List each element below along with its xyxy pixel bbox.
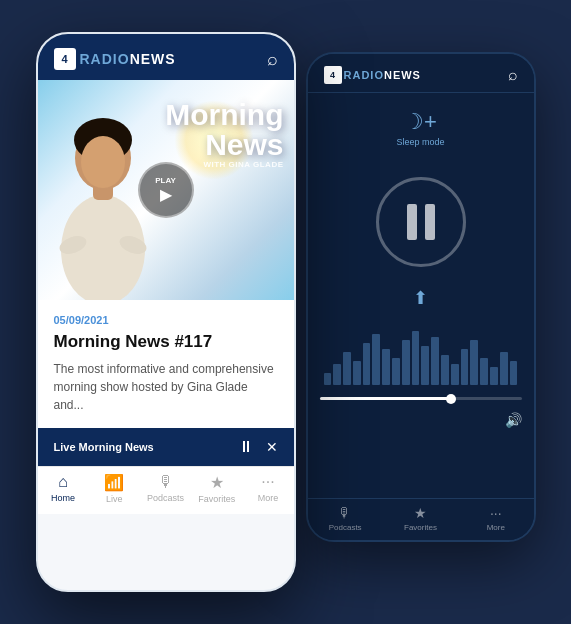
front-logo-radio: RADIO — [80, 51, 130, 67]
more-icon-back: ··· — [490, 505, 502, 521]
wave-bar — [412, 331, 420, 385]
mini-close-icon[interactable]: ✕ — [266, 439, 278, 455]
back-pause-button[interactable] — [376, 177, 466, 267]
wave-bar — [382, 349, 390, 385]
front-nav-favorites[interactable]: ★ Favorites — [191, 473, 242, 504]
wave-bar — [480, 358, 488, 385]
pause-bars — [407, 204, 435, 240]
back-progress-bar[interactable] — [320, 397, 522, 400]
back-logo-radio: RADIO — [344, 69, 384, 81]
wave-bar — [353, 361, 361, 385]
play-triangle-icon: ▶ — [160, 185, 172, 204]
play-label: PLAY — [155, 176, 176, 185]
back-volume-icon[interactable]: 🔊 — [505, 412, 522, 428]
front-nav-live[interactable]: 📶 Live — [89, 473, 140, 504]
front-logo-text: RADIONEWS — [80, 51, 176, 67]
front-nav-more-label: More — [258, 493, 279, 503]
article-date: 05/09/2021 — [54, 314, 278, 326]
front-phone-nav: ⌂ Home 📶 Live 🎙 Podcasts ★ Favorites ···… — [38, 466, 294, 514]
sleep-mode-area: ☽+ Sleep mode — [396, 109, 444, 147]
wave-bar — [343, 352, 351, 385]
back-logo-icon: 4 — [324, 66, 342, 84]
back-share-icon[interactable]: ⬆ — [413, 287, 428, 309]
wave-bar — [372, 334, 380, 385]
back-waveform — [320, 325, 522, 385]
content-area: 05/09/2021 Morning News #117 The most in… — [38, 300, 294, 428]
back-logo-letter: 4 — [330, 70, 335, 80]
wave-bar — [363, 343, 371, 385]
wave-bar — [490, 367, 498, 385]
sleep-mode-label: Sleep mode — [396, 137, 444, 147]
back-nav-favorites-label: Favorites — [404, 523, 437, 532]
sleep-mode-icon[interactable]: ☽+ — [404, 109, 437, 135]
podcasts-icon-back: 🎙 — [338, 505, 352, 521]
article-title: Morning News #117 — [54, 332, 278, 352]
wave-bar — [451, 364, 459, 385]
wave-bar — [324, 373, 332, 385]
wave-bar — [421, 346, 429, 385]
back-nav-more[interactable]: ··· More — [458, 505, 533, 532]
front-logo-letter: 4 — [61, 53, 67, 65]
back-progress-dot — [446, 394, 456, 404]
front-logo-news: NEWS — [130, 51, 176, 67]
front-nav-podcasts[interactable]: 🎙 Podcasts — [140, 473, 191, 504]
favorites-icon-front: ★ — [210, 473, 224, 492]
phone-front: 4 RADIONEWS ⌕ — [36, 32, 296, 592]
wave-bar — [441, 355, 449, 385]
wave-bar — [392, 358, 400, 385]
wave-bar — [500, 352, 508, 385]
back-phone-nav: 🎙 Podcasts ★ Favorites ··· More — [308, 498, 534, 540]
home-icon-front: ⌂ — [58, 473, 68, 491]
wave-bar — [431, 337, 439, 385]
hero-image: Morning News WITH GINA GLADE PLAY ▶ — [38, 80, 294, 300]
wave-bar — [333, 364, 341, 385]
back-nav-podcasts-label: Podcasts — [329, 523, 362, 532]
svg-point-4 — [81, 136, 125, 188]
mini-pause-icon[interactable]: ⏸ — [238, 438, 254, 456]
back-logo-text: RADIONEWS — [344, 69, 421, 81]
podcasts-icon-front: 🎙 — [158, 473, 174, 491]
hero-text-overlay: Morning News WITH GINA GLADE — [165, 100, 283, 169]
front-nav-favorites-label: Favorites — [198, 494, 235, 504]
favorites-icon-back: ★ — [414, 505, 427, 521]
back-search-icon[interactable]: ⌕ — [508, 66, 518, 84]
front-nav-home-label: Home — [51, 493, 75, 503]
front-phone-header: 4 RADIONEWS ⌕ — [38, 34, 294, 80]
front-nav-more[interactable]: ··· More — [242, 473, 293, 504]
hero-title-line1: Morning — [165, 100, 283, 130]
back-progress-fill — [320, 397, 451, 400]
live-icon-front: 📶 — [104, 473, 124, 492]
phones-container: 4 RADIONEWS ⌕ ☽+ Sleep mode ⬆ — [26, 22, 546, 602]
back-logo-news: NEWS — [384, 69, 421, 81]
wave-bar — [402, 340, 410, 385]
phone-back: 4 RADIONEWS ⌕ ☽+ Sleep mode ⬆ — [306, 52, 536, 542]
front-logo-icon: 4 — [54, 48, 76, 70]
hero-title-line2: News — [165, 130, 283, 160]
front-nav-home[interactable]: ⌂ Home — [38, 473, 89, 504]
more-icon-front: ··· — [261, 473, 274, 491]
back-logo: 4 RADIONEWS — [324, 66, 421, 84]
front-search-icon[interactable]: ⌕ — [267, 49, 278, 70]
back-nav-podcasts[interactable]: 🎙 Podcasts — [308, 505, 383, 532]
mini-player-controls: ⏸ ✕ — [238, 438, 278, 456]
wave-bar — [510, 361, 518, 385]
pause-bar-left — [407, 204, 417, 240]
article-description: The most informative and comprehensive m… — [54, 360, 278, 414]
pause-bar-right — [425, 204, 435, 240]
mini-player-title: Live Morning News — [54, 441, 238, 453]
back-nav-favorites[interactable]: ★ Favorites — [383, 505, 458, 532]
back-phone-header: 4 RADIONEWS ⌕ — [308, 54, 534, 93]
mini-player: Live Morning News ⏸ ✕ — [38, 428, 294, 466]
back-phone-player: ☽+ Sleep mode ⬆ — [308, 93, 534, 444]
wave-bar — [470, 340, 478, 385]
front-logo: 4 RADIONEWS — [54, 48, 176, 70]
front-nav-live-label: Live — [106, 494, 123, 504]
wave-bar — [461, 349, 469, 385]
back-nav-more-label: More — [487, 523, 505, 532]
front-nav-podcasts-label: Podcasts — [147, 493, 184, 503]
play-button[interactable]: PLAY ▶ — [138, 162, 194, 218]
